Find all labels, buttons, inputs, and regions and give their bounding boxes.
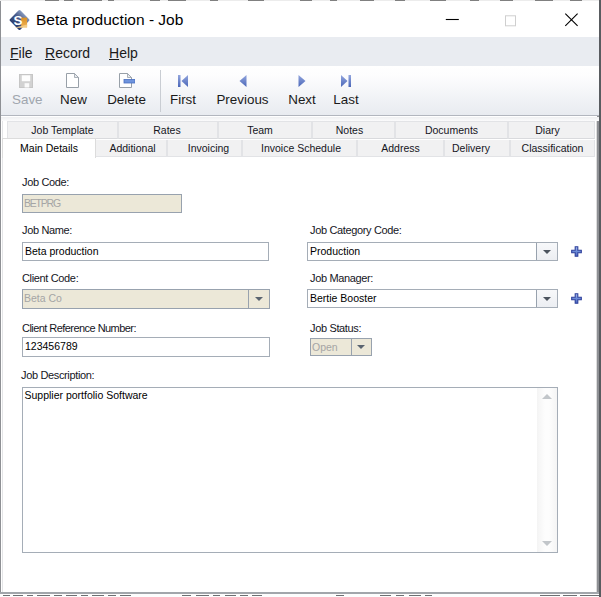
- svg-text:S: S: [13, 13, 22, 28]
